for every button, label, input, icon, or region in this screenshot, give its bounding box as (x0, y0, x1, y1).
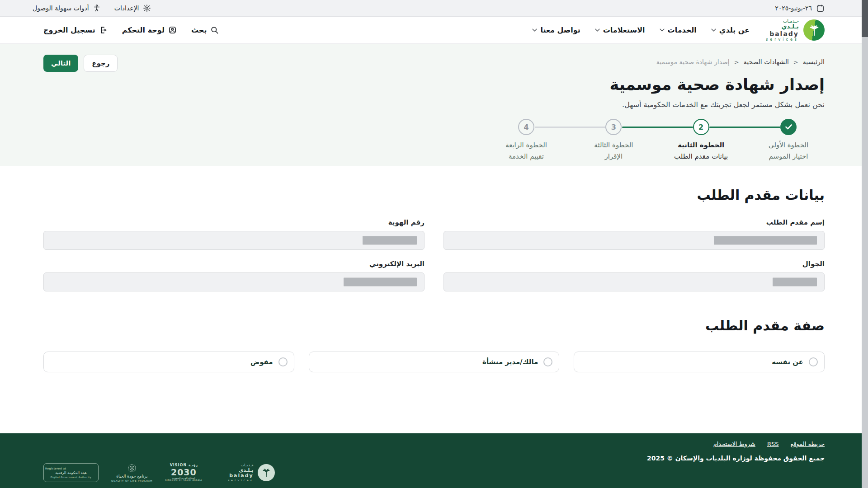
mobile-input[interactable] (443, 272, 825, 291)
dashboard-button[interactable]: لوحة التحكم (122, 26, 177, 34)
role-label: مالك/مدير منشأة (482, 358, 538, 366)
current-date: ٢٦-يونيو-٢٠٢٥ (775, 4, 825, 13)
breadcrumb: الرئيسية > الشهادات الصحية > إصدار شهادة… (656, 55, 825, 66)
nav-item-about-balady[interactable]: عن بلدي (711, 26, 750, 34)
breadcrumb-current-page: إصدار شهادة صحية موسمية (656, 58, 730, 66)
chevron-down-icon (660, 28, 665, 32)
nav-item-inquiries[interactable]: الاستعلامات (595, 26, 645, 34)
redacted-value (363, 236, 417, 245)
field-label: البريد الإلكتروني (43, 260, 425, 268)
footer-palm-logo-icon (258, 464, 275, 481)
nav-item-label: تواصل معنا (540, 26, 580, 34)
mobile-field: الجوال (443, 260, 825, 291)
footer-balady-logo: خـدمـات بـلـدي balady services (228, 463, 275, 482)
step-caption: الإقرار (605, 152, 623, 161)
dga-name-en: Digital Government Authority (51, 476, 92, 479)
dashboard-label: لوحة التحكم (122, 26, 165, 34)
step-title: الخطوة الثالثة (594, 141, 633, 150)
logo-en-sub: services (766, 38, 799, 42)
logout-label: تسجيل الخروج (43, 26, 95, 34)
nav-item-contact-us[interactable]: تواصل معنا (532, 26, 580, 34)
logo-wordmark: خـدمـات بـلـدي balady services (766, 19, 799, 42)
role-option-self[interactable]: عن نفسه (574, 352, 825, 372)
logo-ar-line2: بـلـدي (766, 23, 799, 30)
field-label: رقم الهوية (43, 218, 425, 226)
navbar-right: خـدمـات بـلـدي balady services عن بلدي ا… (532, 19, 825, 42)
step-title: الخطوة الأولى (769, 141, 808, 150)
step-1-check-icon (780, 119, 797, 135)
main-content: بيانات مقدم الطلب إسم مقدم الطلب رقم اله… (0, 166, 868, 372)
terms-of-use-link[interactable]: شروط الاستخدام (713, 441, 755, 447)
footer-balady-en1: balady (228, 473, 254, 479)
logout-button[interactable]: تسجيل الخروج (43, 26, 108, 34)
main-navbar: خـدمـات بـلـدي balady services عن بلدي ا… (0, 17, 868, 44)
role-label: عن نفسه (772, 358, 803, 366)
settings-link[interactable]: الإعدادات (114, 4, 151, 12)
role-label: مفوض (250, 358, 273, 366)
dga-registered-at: Registered at (45, 467, 66, 470)
balady-logo[interactable]: خـدمـات بـلـدي balady services (766, 19, 825, 42)
step-title: الخطوة الرابعة (505, 141, 547, 150)
step-2-applicant-data: 2 الخطوة الثانية بيانات مقدم الطلب (665, 119, 737, 161)
accessibility-icon (93, 4, 101, 12)
email-input[interactable] (43, 272, 425, 291)
applicant-capacity-heading: صفة مقدم الطلب (43, 318, 825, 333)
nav-item-services[interactable]: الخدمات (660, 26, 697, 34)
next-button[interactable]: التالي (43, 55, 78, 72)
step-caption: اختيار الموسم (769, 152, 808, 161)
redacted-value (344, 278, 417, 286)
applicant-name-field: إسم مقدم الطلب (443, 218, 825, 250)
navbar-left: بحث لوحة التحكم تسجيل الخروج (43, 26, 219, 34)
vision-2030: 2030 (171, 468, 197, 477)
dga-registered-badge: Registered at هيئة الحكومة الرقمية Digit… (43, 463, 99, 482)
page-scrollbar[interactable] (862, 0, 868, 488)
role-option-authorized[interactable]: مفوض (43, 352, 294, 372)
top-utility-bar: ٢٦-يونيو-٢٠٢٥ الإعدادات أدوات سهولة الوص… (0, 0, 868, 17)
step-number: 2 (693, 119, 709, 135)
rss-link[interactable]: RSS (767, 441, 779, 447)
email-field: البريد الإلكتروني (43, 260, 425, 291)
field-label: الجوال (443, 260, 825, 268)
step-3-acknowledgment: 3 الخطوة الثالثة الإقرار (577, 119, 650, 161)
redacted-value (773, 278, 817, 286)
balady-page: ٢٦-يونيو-٢٠٢٥ الإعدادات أدوات سهولة الوص… (0, 0, 868, 488)
chevron-down-icon (711, 28, 716, 32)
nav-item-label: الخدمات (668, 26, 697, 34)
search-icon (210, 26, 219, 34)
redacted-value (714, 236, 817, 245)
step-4-service-rating: 4 الخطوة الرابعة تقييم الخدمة (490, 119, 562, 161)
stepper-connector (535, 127, 606, 128)
wizard-stepper: الخطوة الأولى اختيار الموسم 2 الخطوة الث… (490, 119, 825, 161)
qol-label-en: QUALITY OF LIFE PROGRAM (111, 479, 153, 482)
accessibility-label: أدوات سهولة الوصول (33, 5, 89, 12)
scrollbar-thumb[interactable] (862, 0, 868, 37)
applicant-data-heading: بيانات مقدم الطلب (43, 187, 825, 203)
search-button[interactable]: بحث (191, 26, 219, 34)
stepper-connector (709, 127, 780, 128)
footer-logo-divider (215, 463, 215, 482)
role-option-owner-manager[interactable]: مالك/مدير منشأة (309, 352, 560, 372)
breadcrumb-health-certificates[interactable]: الشهادات الصحية (744, 58, 789, 66)
back-button[interactable]: رجوع (84, 55, 118, 72)
radio-icon[interactable] (543, 357, 552, 366)
accessibility-tools-link[interactable]: أدوات سهولة الوصول (33, 4, 101, 12)
vision-ksa-en: KINGDOM OF SAUDI ARABIA (165, 479, 203, 482)
step-title: الخطوة الثانية (678, 141, 724, 150)
national-id-input[interactable] (43, 231, 425, 250)
gear-icon (143, 4, 151, 12)
national-id-field: رقم الهوية (43, 218, 425, 250)
breadcrumb-separator: > (793, 59, 798, 66)
radio-icon[interactable] (809, 357, 818, 366)
applicant-name-input[interactable] (443, 231, 825, 250)
hero-section: الرئيسية > الشهادات الصحية > إصدار شهادة… (0, 44, 868, 166)
topbar-links: الإعدادات أدوات سهولة الوصول (33, 4, 151, 12)
calendar-icon (816, 4, 825, 13)
wizard-actions: رجوع التالي (43, 55, 118, 72)
logout-icon (99, 26, 108, 34)
radio-icon[interactable] (278, 357, 288, 366)
breadcrumb-home[interactable]: الرئيسية (803, 58, 825, 66)
sitemap-link[interactable]: خريطة الموقع (790, 441, 825, 447)
nav-item-label: عن بلدي (719, 26, 750, 34)
quality-of-life-logo: برنامج جودة الحياة QUALITY OF LIFE PROGR… (111, 463, 153, 482)
vision-2030-logo: VISION رؤيـة 2030 المملكة العربية السعود… (165, 464, 203, 482)
